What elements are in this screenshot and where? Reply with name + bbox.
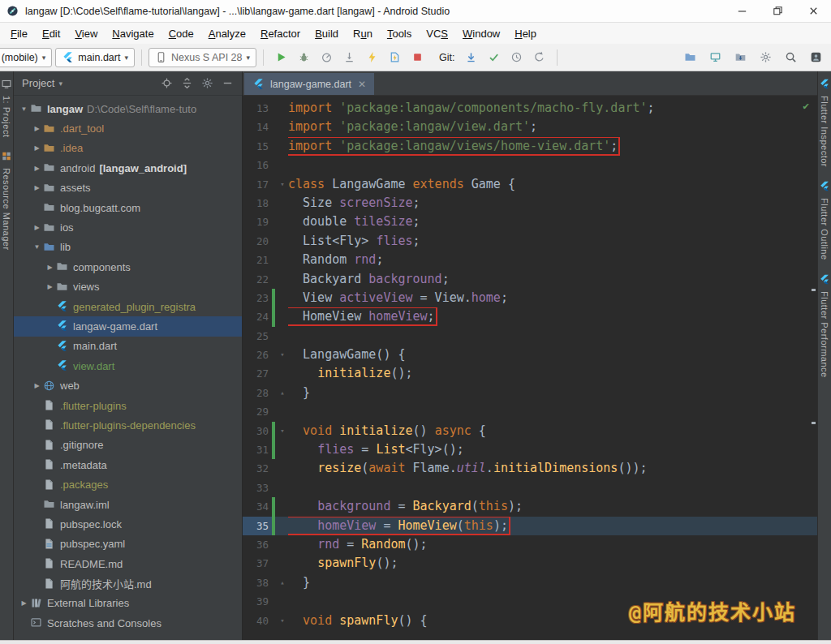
tree-item--flutter-plugins-dependencies[interactable]: .flutter-plugins-dependencies	[14, 415, 242, 435]
tree-item-lib[interactable]: ▼lib	[14, 238, 242, 257]
tree-item--metadata[interactable]: .metadata	[14, 455, 242, 474]
code-line-23[interactable]: 23 View activeView = View.home;	[243, 289, 817, 307]
line-number[interactable]: 14	[243, 118, 272, 136]
line-number[interactable]: 33	[243, 479, 272, 497]
line-number[interactable]: 16	[243, 156, 272, 174]
profiler-icon[interactable]	[316, 48, 337, 67]
line-number[interactable]: 29	[243, 402, 272, 421]
code-line-13[interactable]: 13import 'package:langaw/components/mach…	[243, 99, 817, 118]
line-number[interactable]: 22	[243, 270, 272, 289]
flutter-icon[interactable]	[819, 180, 830, 191]
menu-analyze[interactable]: Analyze	[201, 25, 253, 42]
tree-item-langaw-game-dart[interactable]: langaw-game.dart	[14, 316, 242, 336]
tree-item--gitignore[interactable]: .gitignore	[14, 436, 242, 455]
commit-icon[interactable]	[484, 48, 505, 67]
line-number[interactable]: 21	[243, 251, 272, 269]
locate-file-icon[interactable]	[161, 77, 173, 89]
hot-reload-icon[interactable]	[361, 48, 382, 67]
tree-item-assets[interactable]: ▶assets	[14, 178, 242, 198]
collapse-all-icon[interactable]	[181, 77, 193, 89]
tree-item--flutter-plugins[interactable]: .flutter-plugins	[14, 396, 242, 415]
tree-closed-arrow-icon[interactable]: ▶	[32, 184, 42, 191]
tree-item-pubspec-lock[interactable]: pubspec.lock	[14, 514, 242, 534]
run-config-selector[interactable]: main.dart ▾	[55, 48, 135, 67]
settings-icon[interactable]	[755, 48, 776, 67]
menu-window[interactable]: Window	[455, 25, 507, 42]
tab-langaw-game-dart[interactable]: langaw-game.dart ✕	[244, 73, 374, 95]
fold-open-icon[interactable]: ▾	[277, 422, 288, 440]
tool-stripe-flutter-outline[interactable]: Flutter Outline	[820, 198, 829, 260]
tree-item-langaw[interactable]: ▼langaw D:\Code\Self\flame-tuto	[14, 99, 242, 118]
tree-item--packages[interactable]: .packages	[14, 474, 242, 494]
code-line-33[interactable]: 33	[243, 479, 817, 497]
hide-panel-icon[interactable]	[222, 77, 234, 89]
line-number[interactable]: 20	[243, 232, 272, 251]
menu-view[interactable]: View	[67, 25, 105, 42]
attach-icon[interactable]	[338, 48, 360, 67]
tree-item-views[interactable]: ▶views	[14, 277, 242, 297]
rollback-icon[interactable]	[529, 48, 550, 67]
line-number[interactable]: 31	[243, 440, 272, 459]
fold-open-icon[interactable]: ▾	[277, 346, 288, 364]
line-number[interactable]: 26	[243, 346, 272, 364]
line-number[interactable]: 17	[243, 175, 272, 194]
flutter-icon[interactable]	[819, 273, 830, 285]
tree-item-generated-plugin-registra[interactable]: generated_plugin_registra	[14, 297, 242, 316]
project-view-selector[interactable]: Project ▾	[22, 77, 62, 89]
fold-close-icon[interactable]: ▴	[277, 384, 288, 402]
tool-stripe-flutter-performance[interactable]: Flutter Performance	[820, 291, 829, 378]
code-line-18[interactable]: 18 Size screenSize;	[243, 194, 817, 213]
fold-open-icon[interactable]: ▾	[277, 612, 288, 630]
code-line-27[interactable]: 27 initialize();	[243, 364, 817, 383]
code-line-14[interactable]: 14import 'package:langaw/view.dart';	[243, 118, 817, 136]
line-number[interactable]: 18	[243, 194, 272, 213]
tree-item-ios[interactable]: ▶ios	[14, 217, 242, 237]
tree-item--idea[interactable]: ▶.idea	[14, 139, 242, 158]
code-line-34[interactable]: 34 background = Backyard(this);	[243, 497, 817, 516]
menu-build[interactable]: Build	[308, 25, 346, 42]
tree-item-scratches-and-consoles[interactable]: Scratches and Consoles	[14, 613, 242, 633]
tree-closed-arrow-icon[interactable]: ▶	[45, 283, 55, 290]
tool-stripe-resource-manager[interactable]: Resource Manager	[2, 168, 11, 251]
line-number[interactable]: 24	[243, 307, 272, 326]
line-number[interactable]: 19	[243, 213, 272, 231]
tool-stripe-flutter-inspector[interactable]: Flutter Inspector	[820, 96, 829, 167]
menu-tools[interactable]: Tools	[380, 25, 419, 42]
line-number[interactable]: 37	[243, 554, 272, 573]
line-number[interactable]: 23	[243, 289, 272, 307]
menu-refactor[interactable]: Refactor	[253, 25, 308, 42]
minimize-button[interactable]	[724, 0, 760, 22]
tree-item-android[interactable]: ▶android [langaw_android]	[14, 158, 242, 178]
tree-closed-arrow-icon[interactable]: ▶	[19, 599, 29, 607]
tree-closed-arrow-icon[interactable]: ▶	[32, 382, 42, 389]
tree-item-blog-bugcatt-com[interactable]: blog.bugcatt.com	[14, 198, 242, 217]
menu-edit[interactable]: Edit	[35, 25, 67, 42]
device-target-selector[interactable]: Nexus S API 28 ▾	[149, 48, 256, 67]
line-number[interactable]: 13	[243, 99, 272, 118]
tree-item-pubspec-yaml[interactable]: pubspec.yaml	[14, 535, 242, 554]
tree-item-readme-md[interactable]: README.md	[14, 554, 242, 573]
line-number[interactable]: 30	[243, 422, 272, 440]
history-icon[interactable]	[506, 48, 527, 67]
code-line-28[interactable]: 28▴ }	[243, 384, 817, 402]
sdk-manager-icon[interactable]	[730, 48, 751, 67]
code-line-20[interactable]: 20 List<Fly> flies;	[243, 232, 817, 251]
code-line-32[interactable]: 32 resize(await Flame.util.initialDimens…	[243, 459, 817, 478]
code-line-30[interactable]: 30▾ void initialize() async {	[243, 422, 817, 440]
menu-file[interactable]: File	[3, 25, 35, 42]
menu-run[interactable]: Run	[346, 25, 380, 42]
tree-open-arrow-icon[interactable]: ▼	[19, 105, 29, 113]
menu-code[interactable]: Code	[161, 25, 201, 42]
resource-manager-icon[interactable]	[1, 150, 12, 161]
sync-project-icon[interactable]	[679, 48, 700, 67]
tree-closed-arrow-icon[interactable]: ▶	[45, 264, 55, 271]
code-line-17[interactable]: 17▾class LangawGame extends Game {	[243, 175, 817, 194]
line-number[interactable]: 34	[243, 497, 272, 516]
tree-item--dart-tool[interactable]: ▶.dart_tool	[14, 118, 242, 138]
close-tab-icon[interactable]: ✕	[358, 79, 366, 90]
update-icon[interactable]	[461, 48, 482, 67]
line-number[interactable]: 35	[243, 517, 272, 535]
tree-item-external-libraries[interactable]: ▶External Libraries	[14, 594, 242, 613]
tree-item-web[interactable]: ▶web	[14, 376, 242, 395]
fold-open-icon[interactable]: ▾	[277, 175, 288, 194]
